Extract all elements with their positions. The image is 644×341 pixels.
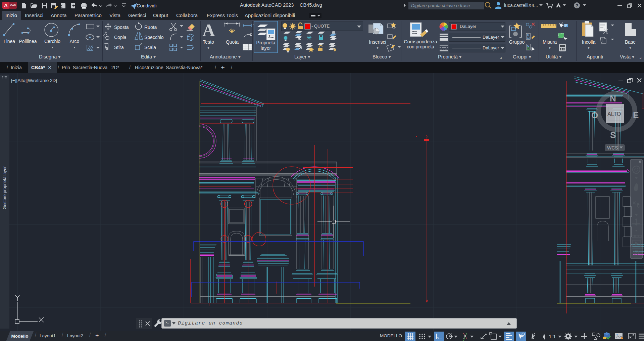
- svg-text:O: O: [591, 110, 598, 120]
- svg-text:luca.castelliX4...: luca.castelliX4...: [504, 3, 538, 8]
- svg-text:1:1: 1:1: [549, 334, 556, 339]
- svg-text:E: E: [633, 110, 639, 120]
- svg-text:Digitare parola chiave o frase: Digitare parola chiave o frase: [411, 3, 470, 8]
- svg-text:N: N: [610, 93, 616, 103]
- svg-text:Condividi: Condividi: [137, 3, 157, 8]
- svg-text:ALTO: ALTO: [607, 111, 621, 117]
- svg-text:WCS: WCS: [607, 145, 618, 151]
- svg-text:S: S: [610, 130, 616, 140]
- svg-text:[−][Alto][Wireframe 2D]: [−][Alto][Wireframe 2D]: [11, 78, 57, 83]
- svg-text:A: A: [202, 21, 215, 40]
- svg-text:?: ?: [576, 3, 578, 8]
